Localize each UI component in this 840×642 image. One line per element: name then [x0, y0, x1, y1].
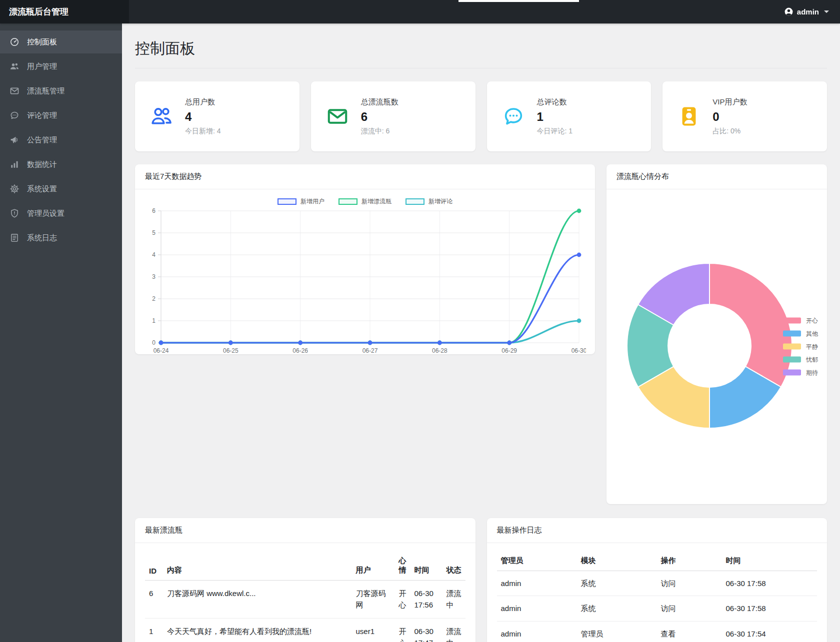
- app-brand[interactable]: 漂流瓶后台管理: [0, 0, 129, 23]
- trend-chart-body: 新增用户新增漂流瓶新增评论 012345606-2406-2506-2606-2…: [135, 189, 595, 359]
- mood-chart-body: 开心其他平静忧郁期待: [606, 189, 827, 504]
- envelope-icon: [326, 105, 349, 128]
- sidebar-item-users[interactable]: 用户管理: [0, 55, 122, 78]
- chart-bar-icon: [10, 159, 20, 169]
- legend-item[interactable]: 新增评论: [406, 197, 452, 206]
- table-cell: 漂流中: [442, 581, 466, 619]
- stat-text: 总用户数4今日新增: 4: [185, 97, 221, 136]
- legend-label: 忧郁: [806, 355, 818, 364]
- table-cell: admin: [497, 621, 577, 642]
- table-cell: 查看: [657, 621, 722, 642]
- tables-row: 最新漂流瓶 ID内容用户心情时间状态6刀客源码网 www.dkewl.c...刀…: [135, 518, 827, 642]
- column-header: 管理员: [497, 551, 577, 571]
- sidebar-item-admin-settings[interactable]: 管理员设置: [0, 202, 122, 225]
- legend-swatch: [406, 198, 424, 205]
- sidebar-item-label: 系统日志: [27, 233, 57, 243]
- sidebar-item-bottles[interactable]: 漂流瓶管理: [0, 79, 122, 102]
- legend-item[interactable]: 忧郁: [783, 355, 818, 364]
- svg-text:0: 0: [152, 339, 156, 346]
- legend-item[interactable]: 新增用户: [278, 197, 324, 206]
- table-row: admin系统访问06-30 17:58: [497, 596, 818, 621]
- table-cell: 系统: [577, 571, 657, 596]
- svg-text:06-26: 06-26: [292, 347, 308, 354]
- sidebar-item-label: 管理员设置: [27, 209, 64, 218]
- table-cell: 06-30 17:47: [410, 618, 442, 642]
- users-outline-icon: [150, 105, 173, 128]
- envelope-icon: [10, 86, 20, 96]
- svg-text:06-28: 06-28: [432, 347, 448, 354]
- stat-sub: 占比: 0%: [712, 127, 747, 136]
- log-icon: [10, 233, 20, 243]
- legend-swatch: [783, 370, 801, 376]
- mood-donut-chart: [624, 261, 794, 433]
- stat-text: VIP用户数0占比: 0%: [712, 97, 747, 136]
- sidebar-item-system-settings[interactable]: 系统设置: [0, 177, 122, 200]
- svg-text:3: 3: [152, 273, 156, 280]
- column-header: 状态: [442, 551, 466, 581]
- table-cell: 刀客源码网 www.dkewl.c...: [163, 581, 352, 619]
- svg-text:06-30: 06-30: [572, 347, 586, 354]
- sidebar-item-statistics[interactable]: 数据统计: [0, 153, 122, 176]
- stat-sub: 漂流中: 6: [361, 127, 398, 136]
- stat-text: 总评论数1今日评论: 1: [537, 97, 573, 136]
- table-row: admin系统访问06-30 17:58: [497, 571, 818, 596]
- svg-text:06-25: 06-25: [223, 347, 238, 354]
- table-cell: 开心: [395, 581, 410, 619]
- mood-chart-title: 漂流瓶心情分布: [606, 164, 827, 189]
- column-header: 内容: [163, 551, 352, 581]
- table-cell: 访问: [657, 571, 722, 596]
- column-header: 操作: [657, 551, 722, 571]
- table-cell: 1: [145, 618, 163, 642]
- legend-label: 其他: [806, 329, 818, 338]
- sidebar-item-announcements[interactable]: 公告管理: [0, 128, 122, 151]
- mood-chart-legend: 开心其他平静忧郁期待: [783, 316, 818, 377]
- latest-bottles-table: ID内容用户心情时间状态6刀客源码网 www.dkewl.c...刀客源码网开心…: [145, 551, 466, 642]
- stat-sub: 今日新增: 4: [185, 127, 221, 136]
- dashboard-icon: [10, 37, 20, 47]
- comment-icon: [10, 110, 20, 120]
- page-title: 控制面板: [135, 38, 827, 59]
- username-label: admin: [797, 7, 819, 16]
- table-cell: admin: [497, 571, 577, 596]
- legend-swatch: [783, 318, 801, 324]
- legend-swatch: [783, 344, 801, 350]
- svg-text:4: 4: [152, 251, 156, 258]
- latest-bottles-title: 最新漂流瓶: [135, 518, 476, 543]
- table-header-row: ID内容用户心情时间状态: [145, 551, 466, 581]
- user-menu[interactable]: admin: [784, 7, 840, 16]
- shield-icon: [10, 208, 20, 218]
- legend-item[interactable]: 开心: [783, 316, 818, 325]
- stat-text: 总漂流瓶数6漂流中: 6: [361, 97, 398, 136]
- table-cell: 06-30 17:56: [410, 581, 442, 619]
- column-header: 时间: [410, 551, 442, 581]
- latest-logs-title: 最新操作日志: [487, 518, 828, 543]
- trend-chart-card: 最近7天数据趋势 新增用户新增漂流瓶新增评论 012345606-2406-25…: [135, 164, 595, 354]
- users-icon: [10, 61, 20, 71]
- legend-swatch: [783, 331, 801, 337]
- sidebar-item-dashboard[interactable]: 控制面板: [0, 30, 122, 53]
- legend-item[interactable]: 其他: [783, 329, 818, 338]
- vip-card-icon: [678, 105, 700, 128]
- legend-item[interactable]: 期待: [783, 368, 818, 377]
- stat-label: 总漂流瓶数: [361, 97, 398, 107]
- latest-logs-table: 管理员模块操作时间admin系统访问06-30 17:58admin系统访问06…: [497, 551, 818, 642]
- legend-label: 新增用户: [300, 197, 324, 206]
- stat-value: 6: [361, 110, 398, 124]
- column-header: ID: [145, 551, 163, 581]
- sidebar-item-label: 评论管理: [27, 111, 57, 120]
- stat-card-total-bottles: 总漂流瓶数6漂流中: 6: [311, 81, 476, 151]
- table-cell: 开心: [395, 618, 410, 642]
- sidebar-item-label: 控制面板: [27, 37, 57, 47]
- legend-item[interactable]: 新增漂流瓶: [338, 197, 392, 206]
- sidebar-item-label: 系统设置: [27, 184, 57, 194]
- table-row: 6刀客源码网 www.dkewl.c...刀客源码网开心06-30 17:56漂…: [145, 581, 466, 619]
- sidebar-item-system-logs[interactable]: 系统日志: [0, 226, 122, 249]
- table-cell: 06-30 17:58: [722, 596, 818, 621]
- latest-bottles-table-wrap: ID内容用户心情时间状态6刀客源码网 www.dkewl.c...刀客源码网开心…: [135, 543, 476, 642]
- svg-text:6: 6: [152, 207, 156, 214]
- window-edge-artifact: [458, 0, 579, 2]
- sidebar-item-comments[interactable]: 评论管理: [0, 104, 122, 127]
- trend-line-chart: 012345606-2406-2506-2606-2706-2806-2906-…: [144, 207, 586, 359]
- stat-label: 总评论数: [537, 97, 573, 107]
- legend-item[interactable]: 平静: [783, 342, 818, 351]
